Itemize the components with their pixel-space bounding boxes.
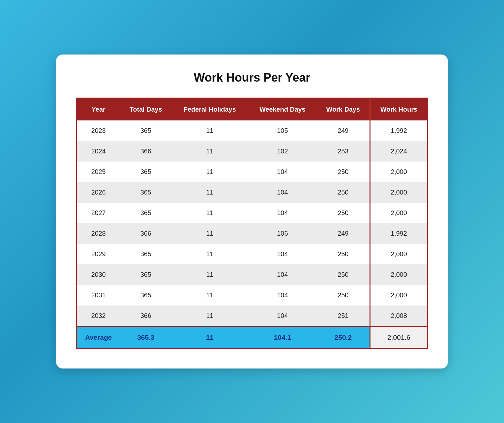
cell-work-days: 250 bbox=[317, 264, 370, 285]
avg-total-days: 365.3 bbox=[120, 327, 171, 348]
cell-federal-holidays: 11 bbox=[171, 306, 248, 327]
cell-work-hours: 2,000 bbox=[370, 182, 427, 203]
cell-total-days: 365 bbox=[120, 244, 171, 264]
cell-work-days: 250 bbox=[317, 244, 370, 264]
cell-year: 2023 bbox=[77, 120, 120, 141]
cell-federal-holidays: 11 bbox=[171, 223, 248, 244]
table-row: 2030365111042502,000 bbox=[77, 264, 427, 285]
table-row: 2027365111042502,000 bbox=[77, 203, 427, 223]
cell-year: 2029 bbox=[77, 244, 120, 264]
cell-federal-holidays: 11 bbox=[171, 203, 248, 223]
table-row: 2029365111042502,000 bbox=[77, 244, 427, 264]
table-row: 2026365111042502,000 bbox=[77, 182, 427, 203]
cell-weekend-days: 105 bbox=[248, 120, 317, 141]
table-row: 2028366111062491,992 bbox=[77, 223, 427, 244]
table-header-row: Year Total Days Federal Holidays Weekend… bbox=[77, 99, 427, 120]
cell-federal-holidays: 11 bbox=[171, 141, 248, 162]
cell-work-days: 250 bbox=[317, 182, 370, 203]
cell-year: 2026 bbox=[77, 182, 120, 203]
header-year: Year bbox=[77, 99, 120, 120]
header-federal-holidays: Federal Holidays bbox=[171, 99, 248, 120]
avg-federal-holidays: 11 bbox=[171, 327, 248, 348]
cell-year: 2025 bbox=[77, 162, 120, 182]
cell-federal-holidays: 11 bbox=[171, 120, 248, 141]
main-card: Work Hours Per Year Year Total Days Fede… bbox=[56, 55, 448, 368]
cell-work-days: 250 bbox=[317, 162, 370, 182]
table-row: 2031365111042502,000 bbox=[77, 285, 427, 306]
cell-federal-holidays: 11 bbox=[171, 264, 248, 285]
cell-federal-holidays: 11 bbox=[171, 244, 248, 264]
cell-federal-holidays: 11 bbox=[171, 182, 248, 203]
cell-total-days: 365 bbox=[120, 203, 171, 223]
work-hours-table: Year Total Days Federal Holidays Weekend… bbox=[77, 99, 427, 348]
cell-work-days: 253 bbox=[317, 141, 370, 162]
cell-work-hours: 2,000 bbox=[370, 162, 427, 182]
header-total-days: Total Days bbox=[120, 99, 171, 120]
page-title: Work Hours Per Year bbox=[76, 71, 428, 85]
cell-work-days: 250 bbox=[317, 285, 370, 306]
cell-work-hours: 2,000 bbox=[370, 264, 427, 285]
cell-work-days: 249 bbox=[317, 223, 370, 244]
cell-work-hours: 2,000 bbox=[370, 244, 427, 264]
table-row: 2032366111042512,008 bbox=[77, 306, 427, 327]
cell-weekend-days: 104 bbox=[248, 182, 317, 203]
cell-total-days: 366 bbox=[120, 223, 171, 244]
header-work-days: Work Days bbox=[317, 99, 370, 120]
cell-weekend-days: 104 bbox=[248, 244, 317, 264]
cell-year: 2024 bbox=[77, 141, 120, 162]
cell-work-hours: 2,000 bbox=[370, 285, 427, 306]
cell-federal-holidays: 11 bbox=[171, 285, 248, 306]
cell-year: 2028 bbox=[77, 223, 120, 244]
cell-work-hours: 2,000 bbox=[370, 203, 427, 223]
cell-year: 2027 bbox=[77, 203, 120, 223]
cell-work-hours: 1,992 bbox=[370, 223, 427, 244]
header-work-hours: Work Hours bbox=[370, 99, 427, 120]
cell-weekend-days: 104 bbox=[248, 264, 317, 285]
cell-weekend-days: 106 bbox=[248, 223, 317, 244]
cell-weekend-days: 104 bbox=[248, 285, 317, 306]
average-row: Average365.311104.1250.22,001.6 bbox=[77, 327, 427, 348]
cell-work-hours: 1,992 bbox=[370, 120, 427, 141]
table-row: 2024366111022532,024 bbox=[77, 141, 427, 162]
table-row: 2023365111052491,992 bbox=[77, 120, 427, 141]
cell-total-days: 366 bbox=[120, 306, 171, 327]
avg-weekend-days: 104.1 bbox=[248, 327, 317, 348]
avg-label: Average bbox=[77, 327, 120, 348]
cell-weekend-days: 102 bbox=[248, 141, 317, 162]
cell-total-days: 365 bbox=[120, 182, 171, 203]
cell-work-days: 251 bbox=[317, 306, 370, 327]
cell-total-days: 365 bbox=[120, 264, 171, 285]
table-row: 2025365111042502,000 bbox=[77, 162, 427, 182]
cell-federal-holidays: 11 bbox=[171, 162, 248, 182]
cell-work-days: 249 bbox=[317, 120, 370, 141]
table-container: Year Total Days Federal Holidays Weekend… bbox=[76, 98, 428, 349]
cell-total-days: 366 bbox=[120, 141, 171, 162]
cell-weekend-days: 104 bbox=[248, 203, 317, 223]
avg-work-hours: 2,001.6 bbox=[370, 327, 427, 348]
cell-year: 2032 bbox=[77, 306, 120, 327]
cell-weekend-days: 104 bbox=[248, 162, 317, 182]
cell-year: 2031 bbox=[77, 285, 120, 306]
avg-work-days: 250.2 bbox=[317, 327, 370, 348]
cell-year: 2030 bbox=[77, 264, 120, 285]
header-weekend-days: Weekend Days bbox=[248, 99, 317, 120]
cell-total-days: 365 bbox=[120, 285, 171, 306]
cell-work-hours: 2,008 bbox=[370, 306, 427, 327]
cell-work-hours: 2,024 bbox=[370, 141, 427, 162]
cell-total-days: 365 bbox=[120, 120, 171, 141]
cell-total-days: 365 bbox=[120, 162, 171, 182]
cell-work-days: 250 bbox=[317, 203, 370, 223]
cell-weekend-days: 104 bbox=[248, 306, 317, 327]
